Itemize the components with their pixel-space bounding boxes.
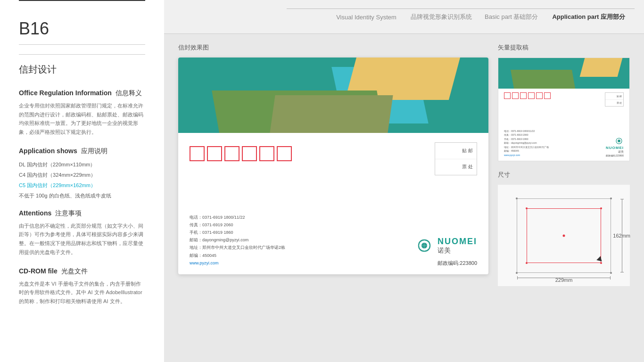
corner-dot-tl [516, 197, 518, 199]
vp-contact: 电话：0371-6919 1800/11/22 传真：0371-6919 206… [504, 129, 549, 157]
subtitle-divider [19, 54, 145, 55]
vp-pbox-3 [520, 92, 527, 99]
vp-pbox-6 [544, 92, 551, 99]
cdrom-body: 光盘文件是本 VI 手册电子文件的集合，内含手册制作时的专用软件格式文件。其中 … [19, 280, 145, 306]
vp-stamp-row-2: 票 处 [605, 100, 623, 107]
vector-preview: 贴 邮 票 处 电话：0371-6919 1800/11/22 传真：0371-… [498, 58, 630, 161]
size-diagram: 229mm 162mm [498, 185, 630, 286]
brand-logo: NUOMEI 诺美 邮政编码:223800 [415, 236, 477, 267]
left-panel: B16 信封设计 Office Regulation Information 信… [0, 0, 164, 362]
header-app: Application part 应用部分 [552, 13, 625, 21]
size-width: 229mm [555, 277, 573, 283]
postal-boxes [190, 146, 477, 161]
size-box-inner [527, 208, 601, 263]
app-list-item-highlight: C5 国内信封（229mm×162mm） [19, 180, 145, 190]
vp-brand-cn: 诺美 [618, 150, 624, 154]
contact-mobile: 手机：0371-6919 1860 [190, 229, 285, 236]
vp-pbox-2 [512, 92, 519, 99]
corner-dot-bl [516, 272, 518, 274]
page-code: B16 [19, 5, 145, 45]
contact-info: 电话：0371-6919 1800/11/22 传真：0371-6919 206… [190, 214, 285, 267]
postal-box-1 [190, 146, 205, 161]
size-box-outer: 229mm 162mm [517, 198, 611, 273]
vp-pbox-4 [528, 92, 535, 99]
app-list-item: C4 国内信封（324mm×229mm） [19, 170, 145, 180]
vp-top [498, 58, 629, 89]
brand-name-wrapper: NUOMEI 诺美 [438, 237, 477, 255]
contact-email: 邮箱：dayongming@pyzyi.com [190, 236, 285, 244]
vector-label: 矢量提取稿 [498, 43, 630, 52]
top-divider [19, 0, 145, 1]
size-label-right: 162mm [610, 199, 630, 272]
right-panel: Visual Identity System 品牌视觉形象识别系统 Basic … [164, 0, 644, 362]
envelope-footer: 电话：0371-6919 1800/11/22 传真：0371-6919 206… [178, 206, 488, 274]
stamp-row-1: 贴 邮 [435, 143, 477, 159]
header-vis-en: Visual Identity System [336, 14, 396, 21]
vp-footer: 电话：0371-6919 1800/11/22 传真：0371-6919 206… [504, 129, 624, 157]
postal-code-label: 邮政编码:223800 [438, 260, 477, 267]
postal-box-6 [277, 146, 292, 161]
contact-postcode: 邮编：450045 [190, 252, 285, 259]
application-list: DL 国内信封（220mm×110mm） C4 国内信封（324mm×229mm… [19, 159, 145, 201]
vp-pbox-1 [504, 92, 511, 99]
center-dot [563, 234, 565, 237]
header-rule-right [480, 8, 635, 9]
size-height: 162mm [613, 233, 630, 239]
brand-logo-mark: NUOMEI 诺美 [415, 236, 477, 255]
logo-icon [415, 236, 434, 255]
header-center: Visual Identity System 品牌视觉形象识别系统 [336, 0, 472, 34]
envelope-display: 贴 邮 票 处 电话：0371-6919 1800/11/22 传真：0371-… [178, 58, 488, 274]
vp-dgreen [511, 70, 576, 89]
office-body: 企业专用信封依照国家邮政管理部门规定，在标准允许的范围内进行设计，邮政编码框、贴… [19, 101, 145, 137]
envelope-label: 信封效果图 [178, 43, 488, 52]
vp-pbox-5 [536, 92, 543, 99]
brand-name-en: NUOMEI [438, 237, 477, 247]
contact-address: 地址：郑州市中州大道交叉口金欣时代广场华诺2栋 [190, 244, 285, 251]
postal-box-2 [207, 146, 222, 161]
main-content: 信封效果图 [164, 34, 644, 362]
page-subtitle: 信封设计 [19, 63, 145, 76]
vp-brand-en: NUOMEI [606, 146, 624, 150]
brand-name-cn: 诺美 [438, 247, 477, 255]
inner-dot-tl [526, 207, 528, 209]
application-heading: Application shows 应用说明 [19, 147, 145, 156]
attentions-heading: Attentions 注意事项 [19, 209, 145, 218]
env-olive-shape [270, 95, 393, 133]
vp-postal: 邮政编码:223800 [606, 154, 624, 157]
app-list-item: 不低于 100g 的白色纸、浅色纸或牛皮纸 [19, 190, 145, 201]
top-header: Visual Identity System 品牌视觉形象识别系统 Basic … [164, 0, 644, 34]
cdrom-heading: CD-ROM file 光盘文件 [19, 267, 145, 276]
vp-stamp: 贴 邮 票 处 [605, 92, 624, 107]
attentions-body: 由于信息的不确定性，此页部分规范（如文字大小、间距等）可作为参考使用，具体可根据… [19, 222, 145, 257]
header-vis-cn: 品牌视觉形象识别系统 [411, 13, 472, 21]
size-label: 尺寸 [498, 171, 630, 179]
vp-yellow [580, 58, 623, 77]
envelope-section: 信封效果图 [178, 43, 488, 353]
size-label-bottom: 229mm [517, 277, 611, 283]
stamp-area: 贴 邮 票 处 [435, 142, 477, 175]
vp-logo-icon [614, 136, 624, 146]
vp-brand: NUOMEI 诺美 邮政编码:223800 [606, 136, 624, 157]
vp-stamp-row-1: 贴 邮 [605, 93, 623, 100]
postal-box-5 [259, 146, 274, 161]
contact-website: www.pyzyi.com [190, 259, 285, 267]
header-right: Basic part 基础部分 Application part 应用部分 [485, 0, 625, 34]
app-list-item: DL 国内信封（220mm×110mm） [19, 159, 145, 170]
inner-dot-tr [600, 207, 602, 209]
contact-fax: 传真：0371-6919 2060 [190, 221, 285, 229]
postal-box-3 [224, 146, 239, 161]
postal-box-4 [242, 146, 257, 161]
contact-phone: 电话：0371-6919 1800/11/22 [190, 214, 285, 221]
office-heading: Office Regulation Information 信息释义 [19, 89, 145, 98]
envelope-top-design [178, 58, 488, 133]
inner-dot-bl [526, 262, 528, 264]
stamp-row-2: 票 处 [435, 159, 477, 175]
header-basic: Basic part 基础部分 [485, 13, 538, 21]
vector-section: 矢量提取稿 [498, 43, 630, 353]
